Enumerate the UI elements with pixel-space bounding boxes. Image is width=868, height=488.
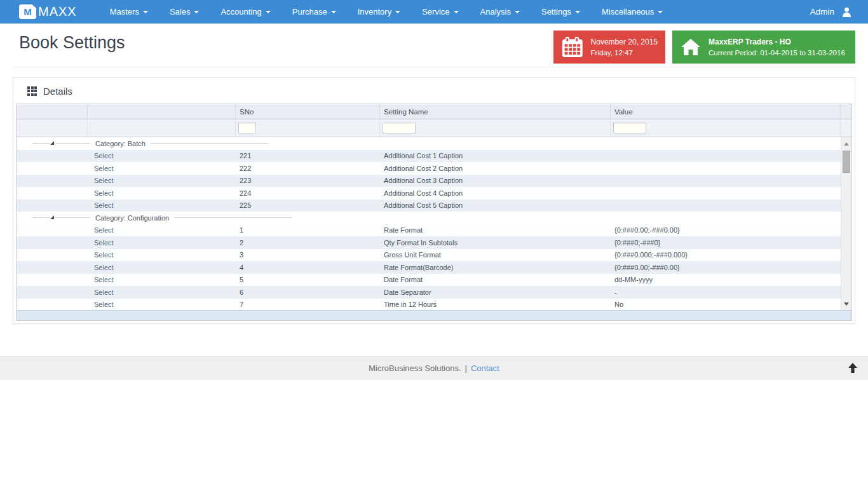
chevron-down-icon bbox=[331, 11, 336, 13]
sno-cell: 225 bbox=[236, 201, 380, 209]
setting-name-cell: Rate Format bbox=[380, 226, 611, 234]
setting-name-filter-input[interactable] bbox=[383, 123, 416, 133]
row-select-cell: Select bbox=[88, 189, 236, 197]
table-row: Select7Time in 12 HoursNo bbox=[17, 299, 841, 311]
brand-name: MAXX bbox=[38, 4, 77, 19]
select-link[interactable]: Select bbox=[94, 226, 114, 234]
grid-header-row: SNo Setting Name Value bbox=[17, 104, 851, 119]
nav-item-label: Service bbox=[422, 7, 449, 17]
category-group-row[interactable]: Category: Configuration bbox=[17, 212, 841, 224]
grid-scrollbar[interactable] bbox=[841, 137, 851, 310]
scroll-to-top-button[interactable] bbox=[848, 362, 858, 374]
nav-item-label: Miscellaneous bbox=[602, 7, 654, 17]
contact-link[interactable]: Contact bbox=[471, 363, 499, 373]
setting-name-cell: Date Format bbox=[380, 276, 611, 283]
panel-header: Details bbox=[13, 78, 855, 104]
chevron-down-icon bbox=[395, 11, 400, 13]
details-panel: Details SNo Setting Name Value Category:… bbox=[13, 78, 855, 324]
group-line bbox=[151, 143, 268, 144]
select-link[interactable]: Select bbox=[94, 239, 114, 247]
group-line bbox=[54, 217, 90, 218]
row-select-cell: Select bbox=[88, 201, 236, 209]
nav-item-inventory[interactable]: Inventory bbox=[347, 0, 411, 24]
calendar-icon bbox=[561, 35, 584, 59]
footer-separator: | bbox=[465, 363, 467, 373]
nav-item-service[interactable]: Service bbox=[411, 0, 469, 24]
grid-filter-row bbox=[17, 119, 851, 137]
day-time-line: Friday, 12:47 bbox=[591, 49, 658, 57]
select-link[interactable]: Select bbox=[94, 201, 114, 209]
nav-item-settings[interactable]: Settings bbox=[531, 0, 591, 24]
setting-name-column-header[interactable]: Setting Name bbox=[380, 104, 611, 119]
nav-item-purchase[interactable]: Purchase bbox=[281, 0, 347, 24]
table-row: Select223Additional Cost 3 Caption bbox=[17, 175, 841, 187]
main-menu: MastersSalesAccountingPurchaseInventoryS… bbox=[99, 0, 674, 24]
select-column-header bbox=[88, 104, 236, 119]
scrollbar-header-spacer bbox=[841, 104, 851, 119]
home-icon bbox=[681, 37, 701, 57]
date-line: November 20, 2015 bbox=[591, 37, 658, 46]
sno-cell: 1 bbox=[236, 226, 380, 234]
table-row: Select3Gross Unit Format{0:###0.000;-###… bbox=[17, 249, 841, 262]
value-cell: - bbox=[611, 288, 841, 296]
chevron-down-icon bbox=[515, 11, 520, 13]
nav-item-miscellaneous[interactable]: Miscellaneous bbox=[591, 0, 674, 24]
setting-name-cell: Time in 12 Hours bbox=[380, 301, 611, 308]
select-link[interactable]: Select bbox=[94, 301, 114, 308]
scrollbar-up-button[interactable] bbox=[841, 139, 851, 149]
sno-cell: 224 bbox=[236, 189, 380, 197]
chevron-down-icon bbox=[266, 11, 271, 13]
grid-footer-strip bbox=[17, 310, 851, 320]
nav-item-analysis[interactable]: Analysis bbox=[470, 0, 531, 24]
select-link[interactable]: Select bbox=[94, 276, 114, 283]
row-select-cell: Select bbox=[88, 239, 236, 247]
sno-cell: 221 bbox=[236, 152, 380, 159]
scroll-up-icon bbox=[844, 142, 849, 146]
nav-item-sales[interactable]: Sales bbox=[159, 0, 210, 24]
user-name: Admin bbox=[810, 7, 834, 17]
category-group-row[interactable]: Category: Batch bbox=[17, 137, 841, 150]
row-select-cell: Select bbox=[88, 276, 236, 283]
table-row: Select6Date Separator- bbox=[17, 286, 841, 299]
row-select-cell: Select bbox=[88, 177, 236, 184]
chevron-down-icon bbox=[143, 11, 148, 13]
value-cell: {0:###0.000;-###0.000} bbox=[611, 251, 841, 259]
company-badge-text: MaxxERP Traders - HO Current Period: 01-… bbox=[709, 37, 845, 57]
value-filter-input[interactable] bbox=[613, 123, 646, 133]
user-icon bbox=[842, 7, 851, 17]
table-row: Select1Rate Format{0:###0.00;-###0.00} bbox=[17, 224, 841, 237]
value-column-header[interactable]: Value bbox=[611, 104, 841, 119]
sno-column-header[interactable]: SNo bbox=[236, 104, 380, 119]
expander-column-header bbox=[17, 104, 88, 119]
row-select-cell: Select bbox=[88, 288, 236, 296]
setting-name-cell: Additional Cost 1 Caption bbox=[380, 152, 611, 159]
select-link[interactable]: Select bbox=[94, 288, 114, 296]
select-link[interactable]: Select bbox=[94, 189, 114, 197]
chevron-down-icon bbox=[575, 11, 580, 13]
table-row: Select222Additional Cost 2 Caption bbox=[17, 162, 841, 175]
brand-logo[interactable]: M MAXX bbox=[19, 4, 77, 19]
select-link[interactable]: Select bbox=[94, 165, 114, 172]
select-link[interactable]: Select bbox=[94, 177, 114, 184]
table-row: Select2Qty Format In Subtotals{0:###0;-#… bbox=[17, 236, 841, 249]
select-link[interactable]: Select bbox=[94, 264, 114, 271]
value-cell: {0:###0;-###0} bbox=[611, 239, 841, 247]
nav-item-label: Purchase bbox=[292, 7, 327, 17]
user-menu[interactable]: Admin bbox=[810, 7, 851, 17]
sno-cell: 2 bbox=[236, 239, 380, 247]
scrollbar-down-button[interactable] bbox=[841, 299, 851, 309]
chevron-down-icon bbox=[454, 11, 459, 13]
sno-filter-input[interactable] bbox=[238, 123, 256, 133]
nav-item-masters[interactable]: Masters bbox=[99, 0, 159, 24]
select-link[interactable]: Select bbox=[94, 152, 114, 159]
table-row: Select5Date Formatdd-MM-yyyy bbox=[17, 274, 841, 287]
select-link[interactable]: Select bbox=[94, 251, 114, 259]
table-row: Select221Additional Cost 1 Caption bbox=[17, 150, 841, 163]
group-line bbox=[174, 217, 292, 218]
nav-item-accounting[interactable]: Accounting bbox=[210, 0, 281, 24]
sno-cell: 4 bbox=[236, 264, 380, 271]
scrollbar-thumb[interactable] bbox=[843, 151, 850, 173]
category-label: Category: Batch bbox=[95, 140, 146, 147]
page-footer: MicroBusiness Solutions. | Contact bbox=[0, 356, 868, 380]
table-row: Select225Additional Cost 5 Caption bbox=[17, 200, 841, 212]
